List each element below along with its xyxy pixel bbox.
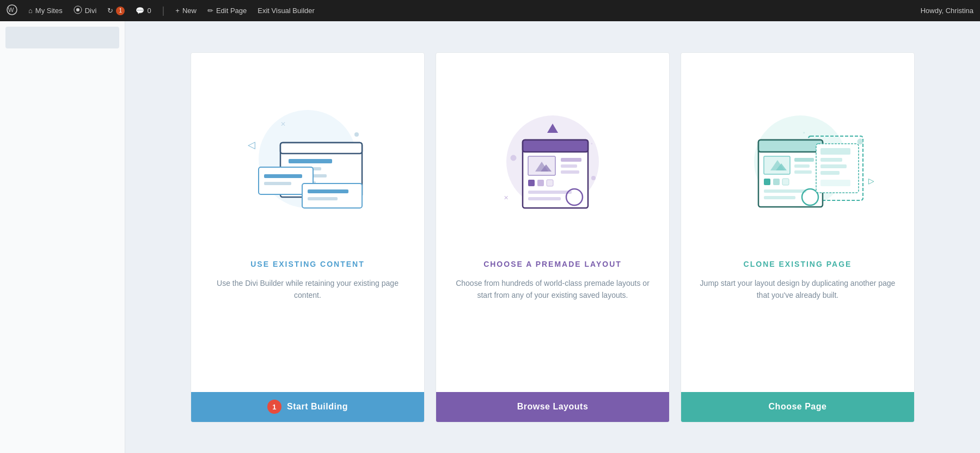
svg-rect-40 [537,180,544,186]
svg-rect-20 [264,174,302,178]
svg-rect-37 [561,164,577,168]
svg-text:◦: ◦ [803,130,805,136]
updates-item[interactable]: ↻ 1 [107,7,125,15]
svg-text:◁: ◁ [248,139,255,150]
svg-text:✕: ✕ [504,194,509,201]
browse-layouts-button[interactable]: Browse Layouts [436,392,669,422]
svg-rect-24 [308,197,338,200]
new-item[interactable]: + New [175,7,197,15]
card-3-description: Jump start your layout design by duplica… [681,277,914,392]
pencil-icon: ✏ [207,7,213,15]
admin-bar: W ⌂ My Sites Divi ↻ 1 💬 0 | + New ✏ Edit… [0,0,980,21]
card-2-illustration: ✕ ◦ [436,53,669,260]
sidebar [0,21,125,453]
start-building-badge: 1 [267,400,281,414]
card-premade-layout: ✕ ◦ [436,52,670,423]
svg-point-5 [354,132,359,137]
sidebar-bar [5,27,119,48]
svg-rect-15 [289,159,332,163]
card-1-description: Use the Divi Builder while retaining you… [191,277,424,392]
divi-icon [74,5,82,16]
start-building-button[interactable]: 1 Start Building [191,392,424,422]
cards-container: ⬡ ◁ ✕ ✕ [161,52,945,423]
svg-rect-42 [528,191,572,194]
svg-rect-53 [758,140,823,152]
my-sites-label: My Sites [35,7,63,15]
svg-rect-70 [820,171,840,175]
refresh-icon: ↻ [107,7,113,15]
separator: | [162,5,165,16]
wp-logo-item[interactable]: W [7,4,17,17]
start-building-label: Start Building [287,402,348,412]
svg-point-3 [76,8,79,11]
plus-icon: + [175,7,180,15]
divi-label: Divi [85,7,97,15]
card-1-title: USE EXISTING CONTENT [234,260,381,268]
updates-badge: 1 [116,7,125,15]
svg-rect-38 [561,170,579,174]
svg-text:W: W [8,7,14,13]
wordpress-icon: W [7,4,17,17]
svg-point-27 [511,155,516,161]
card-2-footer: Browse Layouts [436,392,669,422]
house-icon: ⌂ [28,7,33,15]
card-3-title: CLONE EXISTING PAGE [727,260,868,268]
choose-page-button[interactable]: Choose Page [681,392,914,422]
svg-rect-62 [782,179,789,185]
card-1-illustration: ⬡ ◁ ✕ ✕ [191,53,424,260]
svg-text:◦: ◦ [591,140,593,146]
svg-rect-64 [764,196,795,199]
svg-rect-67 [820,148,850,155]
svg-rect-71 [820,180,850,186]
choose-page-label: Choose Page [769,402,827,412]
exit-label: Exit Visual Builder [258,7,315,15]
svg-rect-39 [528,180,535,186]
svg-rect-57 [794,158,814,162]
card-3-footer: Choose Page [681,392,914,422]
svg-rect-61 [773,179,780,185]
card-2-title: CHOOSE A PREMADE LAYOUT [467,260,638,268]
user-greeting: Howdy, Christina [921,7,973,15]
card-1-footer: 1 Start Building [191,392,424,422]
main-content: ⬡ ◁ ✕ ✕ [0,21,980,453]
card-2-description: Choose from hundreds of world-class prem… [436,277,669,392]
svg-rect-43 [528,197,561,200]
svg-rect-23 [308,189,348,193]
svg-rect-22 [302,183,362,208]
svg-rect-21 [264,182,291,185]
svg-rect-12 [280,143,362,154]
card-clone-page: ◦ ✕ ▷ · [681,52,915,423]
edit-page-label: Edit Page [216,7,247,15]
svg-rect-69 [820,164,847,168]
svg-text:▷: ▷ [868,176,874,185]
svg-rect-59 [794,170,812,174]
svg-rect-41 [547,180,553,186]
divi-item[interactable]: Divi [74,5,97,16]
svg-rect-32 [523,140,588,152]
comments-count: 0 [147,7,151,15]
svg-point-47 [857,139,863,144]
exit-builder-item[interactable]: Exit Visual Builder [258,7,315,15]
svg-rect-63 [764,189,806,193]
new-label: New [182,7,197,15]
browse-layouts-label: Browse Layouts [517,402,589,412]
svg-rect-58 [794,164,810,168]
svg-point-28 [591,176,596,180]
svg-text:✕: ✕ [280,120,286,128]
card-3-illustration: ◦ ✕ ▷ · [681,53,914,260]
my-sites-item[interactable]: ⌂ My Sites [28,7,63,15]
edit-page-item[interactable]: ✏ Edit Page [207,7,247,15]
svg-rect-36 [561,158,581,162]
comments-item[interactable]: 💬 0 [136,7,151,15]
card-existing-content: ⬡ ◁ ✕ ✕ [191,52,425,423]
svg-rect-60 [764,179,770,185]
svg-rect-68 [820,158,842,162]
comment-icon: 💬 [136,7,144,15]
